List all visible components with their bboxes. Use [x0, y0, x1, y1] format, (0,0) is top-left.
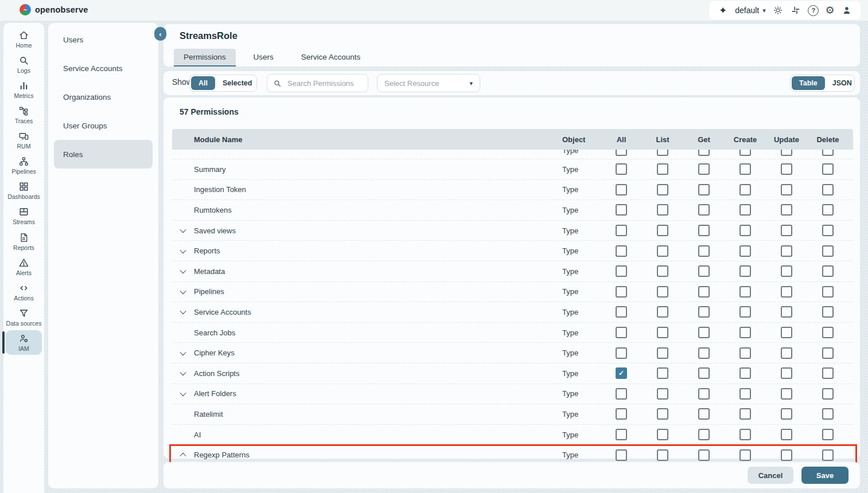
checkbox-create[interactable]: [739, 449, 751, 461]
checkbox-update[interactable]: [781, 367, 792, 379]
checkbox-all[interactable]: [616, 327, 627, 338]
sidebar-item-rum[interactable]: RUM: [6, 128, 42, 152]
chevron-down-icon[interactable]: [172, 310, 194, 314]
checkbox-all[interactable]: [616, 245, 627, 257]
checkbox-create[interactable]: [739, 388, 751, 400]
checkbox-all[interactable]: [616, 306, 627, 318]
help-icon[interactable]: ?: [808, 5, 819, 16]
sidebar-item-iam[interactable]: IAM: [6, 330, 42, 355]
filter-selected-option[interactable]: Selected: [215, 76, 259, 90]
select-resource-dropdown[interactable]: Select Resource ▾: [377, 74, 480, 92]
view-json-option[interactable]: JSON: [825, 76, 859, 90]
checkbox-delete[interactable]: [822, 367, 834, 379]
nav-item-roles[interactable]: Roles: [54, 140, 153, 169]
collapse-panel-button[interactable]: ‹: [154, 27, 166, 41]
sidebar-item-actions[interactable]: Actions: [6, 280, 42, 304]
checkbox-delete[interactable]: [822, 245, 834, 257]
nav-item-users[interactable]: Users: [54, 25, 153, 54]
checkbox-create[interactable]: [739, 265, 751, 277]
sidebar-item-alerts[interactable]: Alerts: [6, 255, 42, 279]
checkbox-update[interactable]: [781, 225, 792, 236]
checkbox-list[interactable]: [657, 225, 668, 236]
slack-icon[interactable]: [790, 5, 801, 16]
checkbox-create[interactable]: [739, 225, 751, 236]
checkbox-all[interactable]: [616, 265, 627, 277]
checkbox-get[interactable]: [698, 184, 710, 195]
checkbox-all[interactable]: [616, 347, 627, 359]
checkbox-update[interactable]: [781, 408, 792, 420]
checkbox-create[interactable]: [739, 327, 751, 338]
checkbox-list[interactable]: [657, 367, 668, 379]
checkbox-list[interactable]: [657, 408, 668, 420]
checkbox-get[interactable]: [698, 306, 710, 318]
checkbox-list[interactable]: [657, 245, 668, 257]
checkbox-all[interactable]: [616, 225, 627, 236]
checkbox-delete[interactable]: [822, 429, 834, 440]
checkbox-update[interactable]: [781, 204, 792, 216]
checkbox-delete[interactable]: [822, 286, 834, 298]
chevron-up-icon[interactable]: [172, 453, 194, 457]
checkbox-update[interactable]: [781, 163, 792, 175]
sidebar-item-logs[interactable]: Logs: [6, 52, 42, 77]
checkbox-update[interactable]: [781, 388, 792, 400]
checkbox-update[interactable]: [781, 449, 792, 461]
sidebar-item-metrics[interactable]: Metrics: [6, 77, 42, 102]
checkbox-list[interactable]: [657, 429, 668, 440]
checkbox-get[interactable]: [698, 347, 710, 359]
checkbox-delete[interactable]: [822, 449, 834, 461]
profile-icon[interactable]: [841, 5, 853, 16]
checkbox-list[interactable]: [657, 204, 668, 216]
nav-item-service-accounts[interactable]: Service Accounts: [54, 54, 153, 83]
checkbox-list[interactable]: [657, 306, 668, 318]
checkbox-get[interactable]: [698, 204, 710, 216]
checkbox-create[interactable]: [739, 184, 751, 195]
chevron-down-icon[interactable]: [172, 228, 194, 233]
checkbox-create[interactable]: [739, 204, 751, 216]
checkbox-update[interactable]: [781, 245, 792, 257]
checkbox-get[interactable]: [698, 449, 710, 461]
sidebar-item-traces[interactable]: Traces: [6, 103, 42, 127]
checkbox-create[interactable]: [739, 429, 751, 440]
checkbox-delete[interactable]: [822, 347, 834, 359]
sidebar-item-pipelines[interactable]: Pipelines: [6, 153, 42, 178]
checkbox-update[interactable]: [781, 150, 792, 156]
checkbox-update[interactable]: [781, 429, 792, 440]
checkbox-list[interactable]: [657, 347, 668, 359]
checkbox-all[interactable]: [616, 184, 627, 195]
checkbox-create[interactable]: [739, 150, 751, 156]
checkbox-delete[interactable]: [822, 204, 834, 216]
checkbox-create[interactable]: [739, 286, 751, 298]
checkbox-get[interactable]: [698, 327, 710, 338]
sidebar-item-dashboards[interactable]: Dashboards: [6, 178, 42, 203]
checkbox-get[interactable]: [698, 388, 710, 400]
checkbox-create[interactable]: [739, 367, 751, 379]
checkbox-update[interactable]: [781, 347, 792, 359]
view-table-option[interactable]: Table: [792, 76, 825, 90]
checkbox-create[interactable]: [739, 347, 751, 359]
checkbox-get[interactable]: [698, 150, 710, 156]
checkbox-all[interactable]: [616, 408, 627, 420]
checkbox-get[interactable]: [698, 225, 710, 236]
chevron-down-icon[interactable]: [172, 351, 194, 355]
tab-permissions[interactable]: Permissions: [174, 49, 236, 66]
checkbox-list[interactable]: [657, 327, 668, 338]
checkbox-create[interactable]: [739, 163, 751, 175]
sidebar-item-data-sources[interactable]: Data sources: [6, 305, 42, 330]
checkbox-create[interactable]: [739, 408, 751, 420]
checkbox-delete[interactable]: [822, 408, 834, 420]
nav-item-organizations[interactable]: Organizations: [54, 83, 153, 111]
checkbox-list[interactable]: [657, 286, 668, 298]
checkbox-delete[interactable]: [822, 388, 834, 400]
checkbox-delete[interactable]: [822, 265, 834, 277]
sidebar-item-reports[interactable]: Reports: [6, 229, 42, 254]
chevron-down-icon[interactable]: [172, 249, 194, 253]
checkbox-update[interactable]: [781, 306, 792, 318]
checkbox-list[interactable]: [657, 150, 668, 156]
checkbox-delete[interactable]: [822, 150, 834, 156]
checkbox-get[interactable]: [698, 408, 710, 420]
settings-gear-icon[interactable]: ⚙: [826, 5, 835, 15]
checkbox-all[interactable]: [616, 388, 627, 400]
checkbox-update[interactable]: [781, 184, 792, 195]
checkbox-list[interactable]: [657, 163, 668, 175]
organization-selector[interactable]: default ▾: [735, 6, 766, 15]
